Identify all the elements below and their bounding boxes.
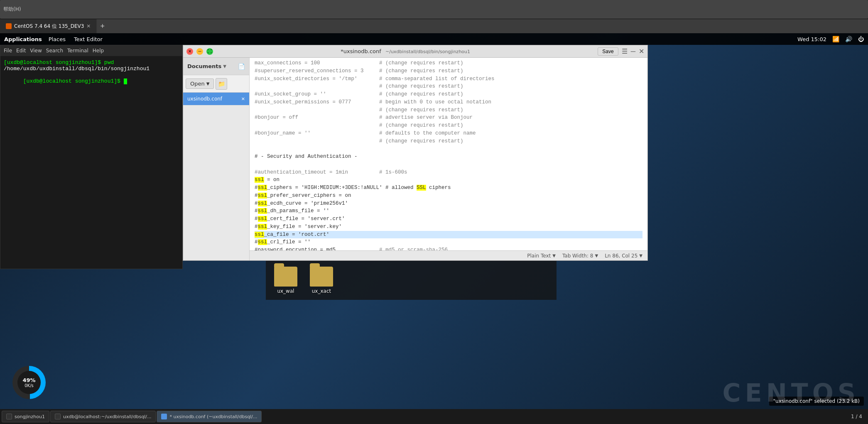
code-line-23: ssl_ca_file = 'root.crt': [255, 231, 642, 239]
open-button[interactable]: Open ▼: [186, 78, 214, 89]
terminal-line-2: /home/uxdb/uxdbinstall/dbsql/bin/songjin…: [4, 66, 179, 72]
selected-file-indicator: "uxsinodb.conf" selected (23.2 kB): [769, 397, 864, 406]
code-line-5: #unix_socket_group = '' # (change requir…: [255, 91, 642, 98]
chevron-down-icon[interactable]: ▼: [223, 64, 226, 69]
code-line-1: max_connections = 100 # (change requires…: [255, 59, 642, 67]
documents-label: Documents: [187, 63, 221, 69]
code-line-11: # (change requires restart): [255, 137, 642, 145]
terminal-icon: [6, 414, 12, 419]
terminal-menu-edit[interactable]: Edit: [16, 48, 26, 54]
gnome-bar: Applications Places Text Editor Wed 15:0…: [0, 33, 868, 45]
editor-titlebar: ✕ ─ ⛶ *uxsinodb.conf ~/uxdbinstall/dbsql…: [183, 45, 647, 58]
terminal-menubar: File Edit View Search Terminal Help: [0, 45, 182, 56]
terminal-window: File Edit View Search Terminal Help [uxd…: [0, 45, 183, 269]
taskbar-item-songjinzhou[interactable]: songjinzhou1: [2, 411, 49, 422]
code-line-10: #bonjour_name = '' # defaults to the com…: [255, 130, 642, 137]
terminal-menu-view[interactable]: View: [30, 48, 42, 54]
terminal-menu-help[interactable]: Help: [93, 48, 104, 54]
editor-body: Documents ▼ 📄 Open ▼ 📁 uxsinodb.conf ✕: [183, 58, 647, 260]
doc-tab-name: uxsinodb.conf: [187, 96, 222, 102]
code-line-20: #ssl_dh_params_file = '': [255, 207, 642, 215]
terminal-menu-file[interactable]: File: [4, 48, 12, 54]
editor-icon: [161, 414, 167, 419]
code-line-15: #authentication_timeout = 1min # 1s-600s: [255, 169, 642, 176]
docs-header: Documents ▼ 📄: [183, 58, 249, 75]
code-line-19: #ssl_ecdh_curve = 'prime256v1': [255, 200, 642, 208]
code-line-12: [255, 145, 642, 153]
vm-tab-icon: [6, 23, 12, 29]
terminal-cursor: [124, 78, 127, 84]
taskbar-item-uxdb[interactable]: uxdb@localhost:~/uxdbinstall/dbsql/...: [50, 411, 156, 422]
code-line-4: # (change requires restart): [255, 83, 642, 91]
plain-text-chevron: ▼: [552, 253, 556, 258]
position-chevron: ▼: [639, 253, 642, 258]
vmware-taskbar: CentOS 7.4 64 位 135_DEV3 - VMware Workst…: [0, 0, 868, 19]
code-line-21: #ssl_cert_file = 'server.crt': [255, 215, 642, 223]
terminal-line-1: [uxdb@localhost songjinzhou1]$ pwd: [4, 59, 179, 66]
cpu-percent-display: 49% 0K/s: [17, 371, 41, 394]
code-line-16: ssl = on: [255, 176, 642, 184]
new-doc-btn[interactable]: 📄: [238, 63, 245, 70]
places-menu[interactable]: Places: [47, 36, 67, 42]
taskbar-bottom: songjinzhou1 uxdb@localhost:~/uxdbinstal…: [0, 409, 868, 424]
add-tab-btn[interactable]: +: [97, 22, 108, 31]
code-line-3: #unix_socket_directories = '/tmp' # comm…: [255, 75, 642, 83]
sidebar-toolbar: Open ▼ 📁: [183, 75, 249, 93]
taskbar-item-editor[interactable]: * uxsinodb.conf (~uxdbinstall/dbsql/...: [157, 411, 262, 422]
clock-display: Wed 15:02: [797, 36, 826, 42]
doc-tab-close[interactable]: ✕: [241, 96, 245, 102]
editor-main: max_connections = 100 # (change requires…: [250, 58, 647, 260]
terminal-menu-terminal[interactable]: Terminal: [67, 48, 88, 54]
menu-help[interactable]: 帮助(H): [0, 0, 868, 19]
doc-tab-uxsinodb[interactable]: uxsinodb.conf ✕: [183, 93, 249, 105]
folder-ux-wal-icon: [274, 267, 297, 287]
docs-sidebar: Documents ▼ 📄 Open ▼ 📁 uxsinodb.conf ✕: [183, 58, 250, 260]
editor-min-win-btn[interactable]: ─: [631, 48, 635, 55]
editor-close-btn[interactable]: ✕: [186, 48, 193, 55]
folder-ux-wal[interactable]: ux_wal: [274, 267, 297, 294]
code-line-9: # (change requires restart): [255, 122, 642, 130]
code-line-14: [255, 161, 642, 169]
position-status: Ln 86, Col 25 ▼: [605, 253, 642, 259]
editor-min-btn[interactable]: ─: [196, 48, 203, 55]
vm-tab[interactable]: CentOS 7.4 64 位 135_DEV3 ✕: [0, 19, 97, 33]
page-indicator: 1 / 4: [851, 414, 862, 419]
terminal2-icon: [55, 414, 61, 419]
editor-max-btn[interactable]: ⛶: [206, 48, 213, 55]
vm-tab-label: CentOS 7.4 64 位 135_DEV3: [14, 23, 84, 30]
power-icon[interactable]: ⏻: [858, 36, 864, 42]
menu-btn[interactable]: ☰: [622, 47, 628, 55]
file-manager: ux_wal ux_xact: [266, 261, 557, 300]
gnome-right-area: Wed 15:02 📶 🔊 ⏻: [797, 36, 864, 42]
plain-text-label: Plain Text: [527, 253, 551, 259]
folder-ux-wal-label: ux_wal: [277, 288, 294, 294]
applications-menu[interactable]: Applications: [4, 36, 42, 42]
folder-ux-xact[interactable]: ux_xact: [310, 267, 333, 294]
editor-close-win-btn[interactable]: ✕: [639, 47, 644, 55]
folder-ux-xact-label: ux_xact: [312, 288, 331, 294]
cursor-position: Ln 86, Col 25: [605, 253, 638, 259]
plain-text-status[interactable]: Plain Text ▼: [527, 253, 556, 259]
taskbar-bottom-right: 1 / 4: [847, 414, 866, 419]
save-button[interactable]: Save: [598, 47, 618, 56]
code-line-25: #password_encryption = md5 # md5 or scra…: [255, 246, 642, 250]
vm-tab-close[interactable]: ✕: [86, 23, 91, 29]
texteditor-menu[interactable]: Text Editor: [72, 36, 104, 42]
editor-title: *uxsinodb.conf ~/uxdbinstall/dbsql/bin/s…: [216, 48, 594, 54]
code-line-2: #superuser_reserved_connections = 3 # (c…: [255, 67, 642, 75]
code-line-22: #ssl_key_file = 'server.key': [255, 223, 642, 231]
code-line-6: #unix_socket_permissions = 0777 # begin …: [255, 98, 642, 106]
network-icon: 📶: [832, 36, 839, 42]
terminal-menu-search[interactable]: Search: [46, 48, 63, 54]
code-area[interactable]: max_connections = 100 # (change requires…: [250, 58, 647, 250]
editor-subtitle: ~/uxdbinstall/dbsql/bin/songjinzhou1: [385, 49, 470, 54]
tab-width-chevron: ▼: [595, 253, 598, 258]
sidebar-action-btn[interactable]: 📁: [216, 78, 227, 90]
status-bar: Plain Text ▼ Tab Width: 8 ▼ Ln 86, Col 2…: [250, 250, 647, 260]
volume-icon: 🔊: [845, 36, 852, 42]
terminal-line-3: [uxdb@localhost songjinzhou1]$: [4, 72, 179, 91]
folder-ux-xact-icon: [310, 267, 333, 287]
terminal-content[interactable]: [uxdb@localhost songjinzhou1]$ pwd /home…: [0, 56, 182, 269]
code-line-8: #bonjour = off # advertise server via Bo…: [255, 114, 642, 122]
tab-width-status[interactable]: Tab Width: 8 ▼: [562, 253, 598, 259]
